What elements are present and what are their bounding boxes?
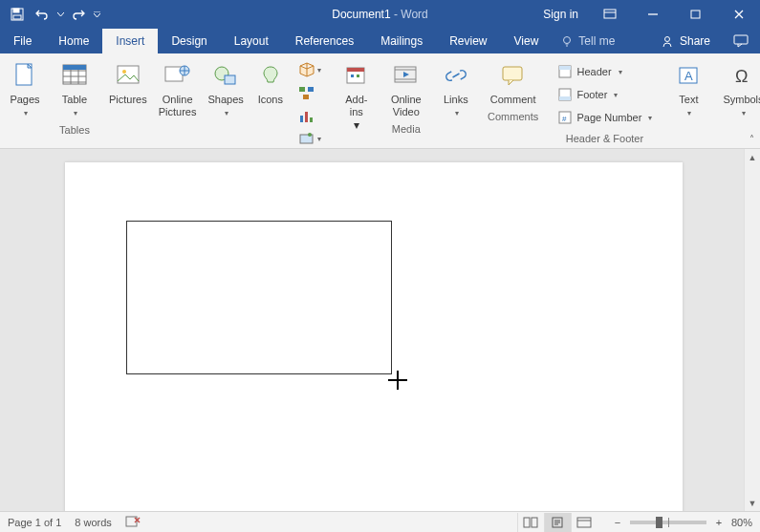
comment-button[interactable]: Comment <box>487 57 540 108</box>
sign-in-button[interactable]: Sign in <box>533 0 588 29</box>
svg-rect-22 <box>310 117 313 122</box>
vertical-scrollbar[interactable]: ▲ ▼ <box>744 149 760 511</box>
undo-button[interactable] <box>31 3 54 26</box>
qat-customize-icon[interactable] <box>92 11 101 18</box>
feedback-button[interactable] <box>722 29 760 53</box>
tab-layout[interactable]: Layout <box>221 29 282 53</box>
svg-rect-42 <box>532 518 537 527</box>
table-icon <box>61 63 88 88</box>
svg-rect-3 <box>604 10 616 18</box>
svg-text:Ω: Ω <box>735 67 748 86</box>
lightbulb-icon <box>561 35 574 48</box>
collapse-ribbon-button[interactable]: ˄ <box>749 134 754 144</box>
online-pictures-button[interactable]: Online Pictures <box>155 57 201 120</box>
table-button[interactable]: Table▾ <box>55 57 94 121</box>
ribbon-content: Pages▾ . Table▾ Tables Pictures Online P… <box>0 53 760 149</box>
svg-rect-2 <box>13 15 21 19</box>
svg-rect-26 <box>347 68 364 72</box>
smartart-button[interactable] <box>295 82 324 103</box>
pictures-button[interactable]: Pictures <box>105 57 151 108</box>
share-button[interactable]: Share <box>649 29 722 53</box>
svg-point-12 <box>122 70 126 74</box>
icons-button[interactable]: Icons <box>251 57 290 108</box>
tab-references[interactable]: References <box>282 29 367 53</box>
title-bar: Document1 - Word Sign in <box>0 0 760 29</box>
tab-home[interactable]: Home <box>45 29 102 53</box>
tell-me-search[interactable]: Tell me <box>552 29 624 53</box>
svg-text:A: A <box>684 69 693 83</box>
document-area: ▲ ▼ <box>0 149 760 511</box>
scroll-down-icon[interactable]: ▼ <box>745 495 760 511</box>
tab-view[interactable]: View <box>501 29 553 53</box>
textbox-icon: A <box>677 64 700 87</box>
tab-design[interactable]: Design <box>158 29 220 53</box>
group-label-media: Media <box>392 120 421 138</box>
page-indicator[interactable]: Page 1 of 1 <box>8 517 61 528</box>
header-button[interactable]: Header▾ <box>554 61 657 82</box>
read-mode-button[interactable] <box>517 513 544 532</box>
omega-icon: Ω <box>731 64 754 87</box>
smartart-icon <box>298 84 315 101</box>
links-button[interactable]: Links▾ <box>437 57 475 121</box>
group-label-comments: Comments <box>488 108 538 125</box>
ribbon-tabs: File Home Insert Design Layout Reference… <box>0 29 760 53</box>
cube-icon <box>298 61 315 78</box>
scroll-up-icon[interactable]: ▲ <box>745 149 760 165</box>
tab-mailings[interactable]: Mailings <box>367 29 436 53</box>
tab-insert[interactable]: Insert <box>102 29 158 53</box>
svg-rect-10 <box>63 65 86 70</box>
document-name: Document1 <box>332 8 390 21</box>
redo-button[interactable] <box>67 3 90 26</box>
svg-rect-11 <box>118 66 139 83</box>
link-icon <box>445 64 467 87</box>
proofing-button[interactable] <box>125 515 141 530</box>
icons-icon <box>259 64 282 87</box>
close-button[interactable] <box>717 0 760 29</box>
zoom-level[interactable]: 80% <box>731 517 752 528</box>
chart-button[interactable] <box>295 105 324 126</box>
group-label-header-footer: Header & Footer <box>566 130 643 147</box>
print-layout-icon <box>551 517 564 528</box>
zoom-slider[interactable] <box>630 521 706 524</box>
ribbon-display-options-button[interactable] <box>588 0 631 29</box>
zoom-in-button[interactable]: + <box>712 517 726 528</box>
3d-models-button[interactable]: ▾ <box>295 59 324 80</box>
svg-point-6 <box>664 37 669 42</box>
web-layout-icon <box>576 517 592 528</box>
crosshair-cursor-icon <box>388 371 407 390</box>
tab-file[interactable]: File <box>0 29 45 53</box>
share-icon <box>661 34 674 48</box>
online-video-button[interactable]: Online Video <box>387 57 425 120</box>
minimize-button[interactable] <box>631 0 674 29</box>
undo-more-icon[interactable] <box>55 12 65 17</box>
drawn-rectangle-shape[interactable] <box>126 221 392 374</box>
tab-review[interactable]: Review <box>436 29 500 53</box>
document-page[interactable] <box>65 162 683 511</box>
footer-icon <box>557 87 573 102</box>
zoom-control: − + 80% <box>611 517 752 528</box>
text-button[interactable]: A Text▾ <box>669 57 707 121</box>
zoom-out-button[interactable]: − <box>611 517 624 528</box>
group-media: Online Video Media <box>381 53 431 148</box>
page-number-button[interactable]: # Page Number▾ <box>554 107 657 128</box>
screenshot-button[interactable]: ▾ <box>295 128 324 149</box>
maximize-button[interactable] <box>674 0 717 29</box>
svg-rect-21 <box>305 112 308 122</box>
word-count[interactable]: 8 words <box>75 517 112 528</box>
web-layout-button[interactable] <box>571 513 597 532</box>
svg-rect-19 <box>303 95 309 99</box>
app-name: Word <box>401 8 427 21</box>
shapes-button[interactable]: Shapes▾ <box>205 57 248 121</box>
svg-rect-27 <box>351 74 354 77</box>
print-layout-button[interactable] <box>544 513 571 532</box>
comment-icon <box>733 34 749 48</box>
symbols-button[interactable]: Ω Symbols▾ <box>719 57 760 121</box>
save-button[interactable] <box>6 3 29 26</box>
quick-access-toolbar <box>0 3 101 26</box>
svg-rect-41 <box>524 518 530 527</box>
addins-button[interactable]: Add- ins ▾ <box>337 57 376 134</box>
footer-button[interactable]: Footer▾ <box>554 84 657 105</box>
svg-rect-34 <box>559 96 571 100</box>
page-icon <box>13 62 36 89</box>
pages-button[interactable]: Pages▾ <box>6 57 44 121</box>
